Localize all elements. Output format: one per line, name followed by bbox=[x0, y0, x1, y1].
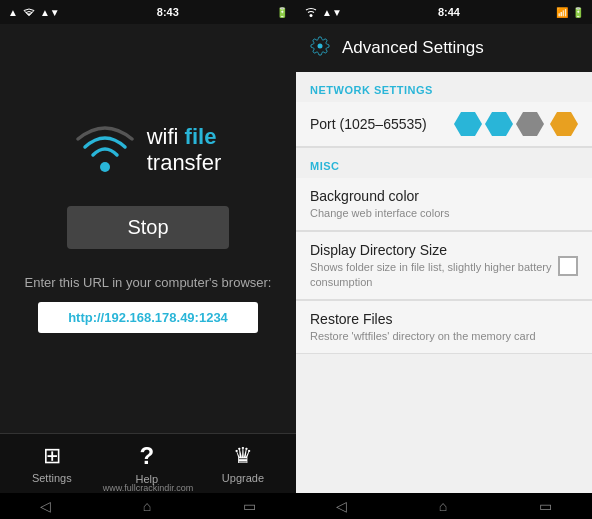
right-status-icons: 🔋 bbox=[276, 7, 288, 18]
left-main-content: wifi file transfer Stop Enter this URL i… bbox=[0, 24, 296, 433]
r-battery-icon: 🔋 bbox=[572, 7, 584, 18]
misc-section-header: MISC bbox=[296, 148, 592, 178]
nav-upgrade[interactable]: ♛ Upgrade bbox=[222, 443, 264, 484]
network-icon: ▲▼ bbox=[40, 7, 60, 18]
r-back-icon[interactable]: ◁ bbox=[336, 498, 347, 514]
right-content: NETWORK SETTINGS Port (1025–65535) MISC bbox=[296, 72, 592, 493]
svg-point-2 bbox=[318, 43, 323, 48]
restore-files-title: Restore Files bbox=[310, 311, 578, 327]
app-title-line2: transfer bbox=[147, 150, 222, 176]
port-setting-row: Port (1025–65535) bbox=[296, 102, 592, 147]
wifi-logo-icon bbox=[75, 125, 135, 175]
left-status-icons: ▲ ▲▼ bbox=[8, 6, 60, 19]
file-text: file bbox=[185, 124, 217, 149]
wifi-text: wifi bbox=[147, 124, 185, 149]
right-header-title: Advanced Settings bbox=[342, 38, 484, 58]
hex-3[interactable] bbox=[516, 112, 544, 136]
signal-icon: ▲ bbox=[8, 7, 18, 18]
settings-nav-icon: ⊞ bbox=[43, 443, 61, 469]
nav-settings[interactable]: ⊞ Settings bbox=[32, 443, 72, 484]
left-screen: ▲ ▲▼ 8:43 🔋 bbox=[0, 0, 296, 519]
settings-header-icon bbox=[310, 36, 330, 61]
background-color-desc: Change web interface colors bbox=[310, 206, 578, 220]
url-instruction: Enter this URL in your computer's browse… bbox=[25, 274, 272, 292]
display-dir-size-text: Display Directory Size Shows folder size… bbox=[310, 242, 558, 289]
app-title: wifi file transfer bbox=[147, 124, 222, 176]
background-color-text: Background color Change web interface co… bbox=[310, 188, 578, 220]
settings-nav-label: Settings bbox=[32, 472, 72, 484]
svg-point-1 bbox=[310, 14, 313, 17]
background-color-item[interactable]: Background color Change web interface co… bbox=[296, 178, 592, 231]
help-nav-icon: ? bbox=[139, 442, 154, 470]
status-bar-right: ▲▼ 8:44 📶 🔋 bbox=[296, 0, 592, 24]
display-dir-size-desc: Shows folder size in file list, slightly… bbox=[310, 260, 558, 289]
r-wifi-icon bbox=[304, 6, 318, 19]
display-dir-size-checkbox[interactable] bbox=[558, 256, 578, 276]
restore-files-item[interactable]: Restore Files Restore 'wftfiles' directo… bbox=[296, 301, 592, 354]
app-logo-container: wifi file transfer bbox=[75, 124, 222, 176]
bottom-nav: ⊞ Settings ? Help ♛ Upgrade bbox=[0, 433, 296, 493]
left-time: 8:43 bbox=[157, 6, 179, 18]
restore-files-text: Restore Files Restore 'wftfiles' directo… bbox=[310, 311, 578, 343]
svg-point-0 bbox=[100, 162, 110, 172]
r-signal-icon: 📶 bbox=[556, 7, 568, 18]
network-section-header: NETWORK SETTINGS bbox=[296, 72, 592, 102]
right-left-status-icons: ▲▼ bbox=[304, 6, 342, 19]
r-data-icon: ▲▼ bbox=[322, 7, 342, 18]
background-color-title: Background color bbox=[310, 188, 578, 204]
wifi-status-icon bbox=[22, 6, 36, 19]
app-title-line1: wifi file bbox=[147, 124, 222, 150]
hex-1[interactable] bbox=[454, 112, 482, 136]
restore-files-desc: Restore 'wftfiles' directory on the memo… bbox=[310, 329, 578, 343]
system-bar-left: ◁ ⌂ ▭ bbox=[0, 493, 296, 519]
recent-icon[interactable]: ▭ bbox=[243, 498, 256, 514]
hex-2[interactable] bbox=[485, 112, 513, 136]
url-display: http://192.168.178.49:1234 bbox=[38, 302, 258, 333]
r-home-icon[interactable]: ⌂ bbox=[439, 498, 447, 514]
system-bar-right: ◁ ⌂ ▭ bbox=[296, 493, 592, 519]
hex-controls bbox=[454, 112, 544, 136]
right-time: 8:44 bbox=[438, 6, 460, 18]
battery-icon: 🔋 bbox=[276, 7, 288, 18]
right-header: Advanced Settings bbox=[296, 24, 592, 72]
port-controls bbox=[454, 112, 578, 136]
right-screen: ▲▼ 8:44 📶 🔋 Advanced Settings NETWORK SE… bbox=[296, 0, 592, 519]
upgrade-nav-icon: ♛ bbox=[233, 443, 253, 469]
port-label: Port (1025–65535) bbox=[310, 116, 427, 132]
display-dir-size-title: Display Directory Size bbox=[310, 242, 558, 258]
display-dir-size-item[interactable]: Display Directory Size Shows folder size… bbox=[296, 232, 592, 300]
upgrade-nav-label: Upgrade bbox=[222, 472, 264, 484]
r-recent-icon[interactable]: ▭ bbox=[539, 498, 552, 514]
help-nav-label: Help bbox=[135, 473, 158, 485]
home-icon[interactable]: ⌂ bbox=[143, 498, 151, 514]
right-right-icons: 📶 🔋 bbox=[556, 7, 584, 18]
nav-help[interactable]: ? Help bbox=[135, 442, 158, 485]
stop-button[interactable]: Stop bbox=[67, 206, 228, 249]
back-icon[interactable]: ◁ bbox=[40, 498, 51, 514]
status-bar-left: ▲ ▲▼ 8:43 🔋 bbox=[0, 0, 296, 24]
hex-accent[interactable] bbox=[550, 112, 578, 136]
